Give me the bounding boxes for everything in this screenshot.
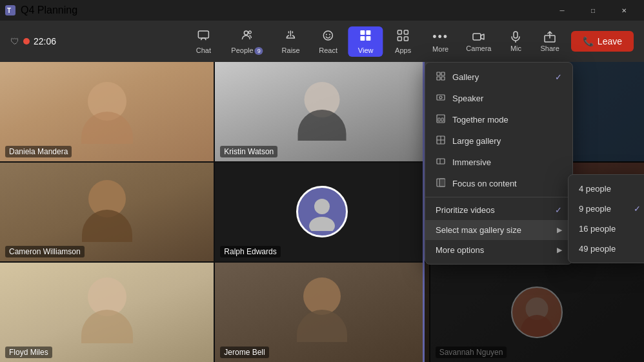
mic-button[interactable]: Mic (503, 28, 528, 55)
video-label-4: Cameron Williamson (5, 246, 85, 257)
recording-dot (23, 38, 30, 45)
svg-rect-8 (361, 30, 365, 35)
raise-label: Raise (282, 46, 300, 54)
svg-rect-14 (398, 37, 402, 41)
speaker-label: Speaker (452, 94, 483, 103)
video-cell-7: Floyd Miles (0, 263, 214, 362)
gallery-size-arrow: ▶ (557, 226, 562, 234)
maximize-button[interactable]: □ (578, 0, 608, 21)
ralph-avatar (296, 186, 348, 237)
menu-item-together[interactable]: Together mode (425, 109, 572, 130)
49people-label: 49 people (579, 244, 616, 254)
16people-label: 16 people (579, 224, 616, 234)
apps-icon (397, 29, 410, 45)
camera-button[interactable]: Camera (459, 28, 498, 55)
title-bar-controls: ─ □ ✕ (547, 0, 639, 21)
menu-item-more-options[interactable]: More options ▶ (425, 240, 572, 260)
raise-icon (285, 29, 297, 45)
window-title: Q4 Planning (21, 5, 77, 16)
more-options-arrow: ▶ (557, 246, 562, 254)
focus-label: Focus on content (452, 179, 517, 188)
video-cell-1: Daniela Mandera (0, 62, 214, 161)
submenu-item-49people[interactable]: 49 people (569, 239, 644, 259)
react-button[interactable]: React (311, 26, 346, 57)
video-cell-5: Ralph Edwards (215, 163, 428, 262)
more-button[interactable]: ••• More (423, 28, 458, 55)
people-button[interactable]: People9 (223, 26, 270, 57)
together-icon (436, 114, 446, 125)
video-label-8: Jerome Bell (220, 347, 268, 358)
svg-rect-13 (405, 30, 408, 34)
people-label: People9 (231, 46, 263, 54)
camera-label: Camera (466, 45, 491, 52)
svg-point-4 (248, 31, 251, 34)
svg-point-6 (326, 34, 327, 35)
chat-label: Chat (196, 46, 211, 54)
svg-rect-29 (438, 118, 440, 121)
share-button[interactable]: Share (534, 28, 565, 55)
svg-rect-22 (437, 72, 440, 75)
menu-item-large-gallery[interactable]: Large gallery (425, 130, 572, 152)
react-label: React (319, 46, 337, 54)
chat-button[interactable]: Chat (186, 26, 221, 57)
raise-button[interactable]: Raise (274, 26, 308, 57)
react-icon (322, 29, 335, 45)
view-dropdown-menu: Gallery ✓ Speaker Together mode Large ga… (425, 62, 573, 265)
gallery-size-label: Select max gallery size (436, 225, 521, 235)
video-label-2: Kristin Watson (220, 146, 277, 157)
view-label: View (358, 46, 374, 54)
submenu-item-9people[interactable]: 9 people ✓ (569, 199, 644, 219)
svg-rect-24 (437, 77, 440, 80)
immersive-label: Immersive (452, 157, 491, 167)
view-button[interactable]: View (348, 26, 383, 57)
svg-rect-2 (198, 31, 208, 38)
svg-rect-11 (367, 36, 371, 41)
svg-rect-26 (437, 95, 445, 100)
svg-point-5 (324, 31, 333, 40)
svg-text:T: T (7, 7, 11, 14)
title-bar-left: T Q4 Planning (5, 5, 77, 16)
menu-item-prioritize[interactable]: Prioritize videos ✓ (425, 200, 572, 220)
teams-icon: T (5, 5, 15, 15)
video-label-5: Ralph Edwards (220, 246, 280, 257)
shield-icon: 🛡 (10, 36, 19, 46)
people-icon (241, 29, 254, 45)
prioritize-check: ✓ (555, 205, 562, 215)
together-label: Together mode (452, 115, 508, 125)
leave-button[interactable]: 📞 Leave (571, 31, 634, 52)
minimize-button[interactable]: ─ (547, 0, 577, 21)
close-button[interactable]: ✕ (609, 0, 639, 21)
gallery-icon (436, 72, 446, 83)
share-label: Share (540, 45, 559, 52)
more-icon: ••• (432, 30, 448, 44)
meeting-timer: 22:06 (34, 36, 56, 46)
svg-point-3 (244, 31, 248, 35)
submenu-item-16people[interactable]: 16 people (569, 219, 644, 239)
video-cell-4: Cameron Williamson (0, 163, 214, 262)
menu-item-gallery[interactable]: Gallery ✓ (425, 66, 572, 88)
svg-point-20 (314, 199, 330, 214)
svg-rect-17 (514, 32, 518, 38)
9people-label: 9 people (579, 204, 611, 214)
menu-item-gallery-size[interactable]: Select max gallery size ▶ (425, 220, 572, 240)
svg-rect-34 (437, 159, 445, 164)
large-gallery-icon (436, 136, 446, 146)
menu-item-focus[interactable]: Focus on content (425, 173, 572, 194)
menu-item-speaker[interactable]: Speaker (425, 88, 572, 109)
svg-point-21 (309, 217, 335, 231)
svg-rect-15 (405, 37, 408, 41)
more-options-label: More options (436, 245, 484, 255)
more-label: More (432, 45, 448, 53)
svg-rect-30 (441, 118, 443, 121)
video-label-7: Floyd Miles (5, 347, 52, 358)
video-label-1: Daniela Mandera (5, 146, 72, 157)
leave-label: Leave (598, 36, 622, 46)
focus-icon (436, 178, 446, 189)
svg-rect-16 (473, 34, 481, 40)
video-cell-8: Jerome Bell (215, 263, 428, 362)
menu-item-immersive[interactable]: Immersive (425, 152, 572, 173)
title-bar: T Q4 Planning ─ □ ✕ (0, 0, 644, 21)
leave-phone-icon: 📞 (583, 36, 594, 46)
apps-button[interactable]: Apps (386, 26, 421, 57)
submenu-item-4people[interactable]: 4 people (569, 179, 644, 199)
